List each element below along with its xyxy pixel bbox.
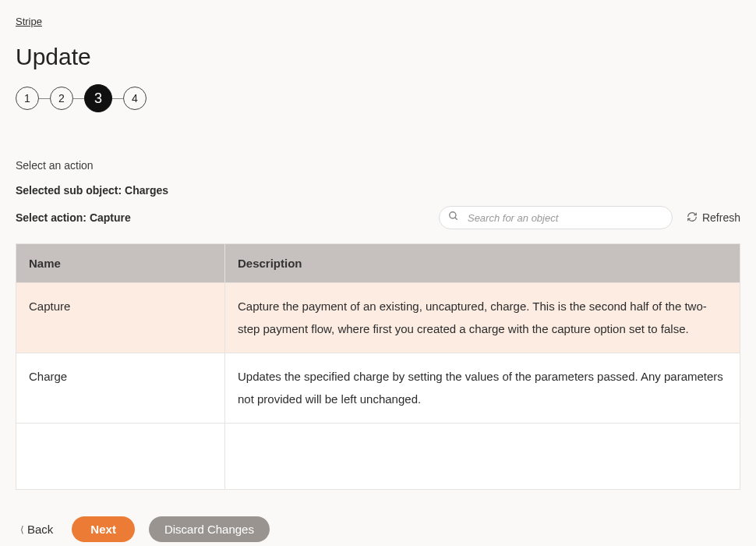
chevron-left-icon: ⟨ xyxy=(20,524,24,535)
selected-sub-object: Selected sub object: Charges xyxy=(16,184,740,197)
step-connector xyxy=(112,98,123,99)
step-connector xyxy=(39,98,50,99)
cell-description: Capture the payment of an existing, unca… xyxy=(225,283,740,353)
selected-sub-object-value: Charges xyxy=(125,184,168,197)
refresh-icon xyxy=(687,211,698,225)
search-input[interactable] xyxy=(439,206,673,229)
cell-name: Charge xyxy=(16,353,225,424)
selected-sub-object-label: Selected sub object: xyxy=(16,184,122,197)
refresh-label: Refresh xyxy=(702,211,740,224)
footer-actions: ⟨ Back Next Discard Changes xyxy=(16,516,740,542)
step-3[interactable]: 3 xyxy=(84,84,112,112)
step-connector xyxy=(73,98,84,99)
step-1[interactable]: 1 xyxy=(16,87,39,110)
table-row[interactable]: Charge Updates the specified charge by s… xyxy=(16,353,740,424)
refresh-button[interactable]: Refresh xyxy=(687,211,740,225)
cell-name: Capture xyxy=(16,283,225,353)
search-wrap xyxy=(439,206,673,229)
step-4[interactable]: 4 xyxy=(123,87,147,110)
actions-table: Name Description Capture Capture the pay… xyxy=(16,243,740,490)
stepper: 1 2 3 4 xyxy=(16,84,740,112)
back-label: Back xyxy=(27,523,53,536)
discard-button[interactable]: Discard Changes xyxy=(149,516,270,542)
col-header-description: Description xyxy=(225,244,740,283)
page-title: Update xyxy=(16,44,740,70)
back-button[interactable]: ⟨ Back xyxy=(16,519,58,539)
next-button[interactable]: Next xyxy=(72,516,135,542)
select-action-value: Capture xyxy=(90,211,131,224)
table-row-empty xyxy=(16,424,740,489)
breadcrumb-root-link[interactable]: Stripe xyxy=(16,16,42,27)
select-action: Select action: Capture xyxy=(16,211,131,224)
cell-description: Updates the specified charge by setting … xyxy=(225,353,740,424)
col-header-name: Name xyxy=(16,244,225,283)
section-label: Select an action xyxy=(16,159,740,172)
table-row[interactable]: Capture Capture the payment of an existi… xyxy=(16,283,740,353)
step-2[interactable]: 2 xyxy=(50,87,73,110)
select-action-label: Select action: xyxy=(16,211,87,224)
